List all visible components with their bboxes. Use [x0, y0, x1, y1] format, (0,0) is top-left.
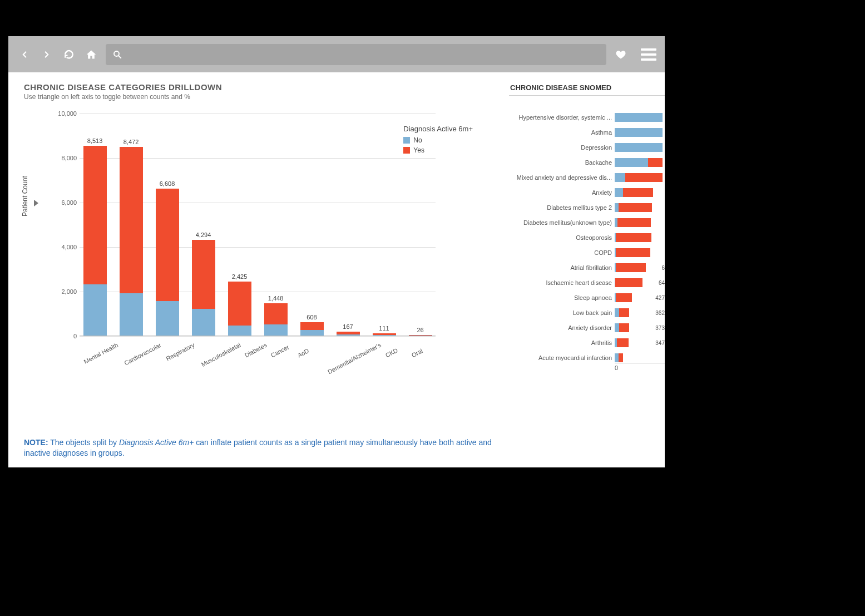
hbar-row[interactable]: Diabetes mellitus type 2 [509, 203, 665, 213]
left-panel: CHRONIC DISEASE CATEGORIES DRILLDOWN Use… [8, 72, 509, 467]
hbar-row[interactable]: Backache [509, 157, 665, 167]
hbar-row[interactable]: Low back pain362 [509, 308, 665, 318]
hbar-row[interactable]: Atrial fibrillation6 [509, 263, 665, 273]
hbar-row[interactable]: Osteoporosis [509, 233, 665, 243]
note-text: NOTE: The objects split by Diagnosis Act… [24, 437, 498, 459]
right-panel: CHRONIC DISEASE SNOMED Hypertensive diso… [509, 72, 665, 467]
hbar-row[interactable]: Depression [509, 142, 665, 152]
legend-item-yes[interactable]: Yes [403, 146, 473, 154]
legend-title: Diagnosis Active 6m+ [403, 125, 473, 133]
chart-title: CHRONIC DISEASE CATEGORIES DRILLDOWN [24, 82, 503, 92]
dashboard-content: CHRONIC DISEASE CATEGORIES DRILLDOWN Use… [8, 72, 665, 467]
hbar-row[interactable]: Mixed anxiety and depressive dis... [509, 173, 665, 183]
reload-button[interactable] [61, 47, 77, 62]
bar-oral[interactable]: 26 [405, 327, 436, 336]
bar-dementia-alzheimer-s[interactable]: 167 [333, 323, 363, 336]
bar-aod[interactable]: 608 [296, 314, 327, 336]
home-button[interactable] [83, 47, 99, 62]
hbar-row[interactable]: Ischaemic heart disease64 [509, 278, 665, 288]
svg-line-1 [118, 56, 121, 58]
snomed-xaxis: 0 [615, 363, 665, 371]
search-icon [112, 50, 122, 60]
bar-mental-health[interactable]: 8,513 [80, 137, 110, 336]
snomed-title: CHRONIC DISEASE SNOMED [509, 82, 665, 96]
hbar-row[interactable]: Asthma [509, 127, 665, 137]
url-search-bar[interactable] [106, 44, 606, 65]
favorite-button[interactable] [613, 47, 629, 62]
legend-item-no[interactable]: No [403, 136, 473, 144]
back-button[interactable] [17, 47, 32, 62]
bar-diabetes[interactable]: 2,425 [224, 273, 255, 336]
bar-cardiovascular[interactable]: 8,472 [116, 139, 146, 336]
forward-button[interactable] [39, 47, 55, 62]
legend: Diagnosis Active 6m+ No Yes [403, 125, 473, 154]
browser-toolbar [8, 36, 665, 72]
svg-point-0 [114, 51, 119, 56]
y-axis-label: Patient Count [21, 176, 29, 216]
swatch-yes [403, 147, 410, 154]
hbar-row[interactable]: Acute myocardial infarction [509, 353, 665, 363]
swatch-no [403, 137, 410, 144]
snomed-chart: Hypertensive disorder, systemic ...Asthm… [509, 112, 665, 363]
plot-area: 02,0004,0006,0008,00010,0008,5138,4726,6… [80, 114, 436, 336]
hbar-row[interactable]: Sleep apnoea427 [509, 293, 665, 303]
bar-ckd[interactable]: 111 [369, 325, 399, 336]
hbar-row[interactable]: Diabetes mellitus(unknown type) [509, 218, 665, 228]
chart-subtitle: Use triangle on left axis to toggle betw… [24, 93, 503, 101]
bar-cancer[interactable]: 1,448 [260, 295, 291, 336]
menu-button[interactable] [641, 48, 656, 61]
hbar-row[interactable]: Arthritis347 [509, 338, 665, 348]
hbar-row[interactable]: Hypertensive disorder, systemic ... [509, 112, 665, 122]
categories-chart: Patient Count 02,0004,0006,0008,00010,00… [24, 105, 503, 372]
x-axis-labels: Mental HealthCardiovascularRespiratoryMu… [80, 340, 436, 347]
browser-window: CHRONIC DISEASE CATEGORIES DRILLDOWN Use… [8, 36, 665, 467]
bar-respiratory[interactable]: 6,608 [152, 180, 182, 336]
axis-toggle-triangle[interactable] [34, 200, 38, 206]
bar-musculoskeletal[interactable]: 4,294 [188, 231, 219, 336]
hbar-row[interactable]: Anxiety [509, 188, 665, 198]
hbar-row[interactable]: Anxiety disorder373 [509, 323, 665, 333]
hbar-row[interactable]: COPD [509, 248, 665, 258]
note-label: NOTE: [24, 438, 48, 447]
